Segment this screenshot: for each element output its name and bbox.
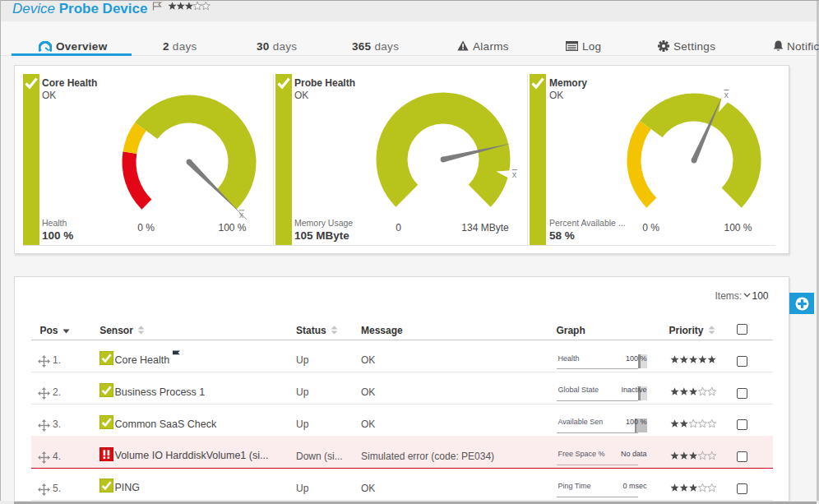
svg-text:x: x	[238, 210, 243, 220]
svg-text:x: x	[511, 169, 516, 179]
svg-text:x: x	[724, 90, 729, 99]
